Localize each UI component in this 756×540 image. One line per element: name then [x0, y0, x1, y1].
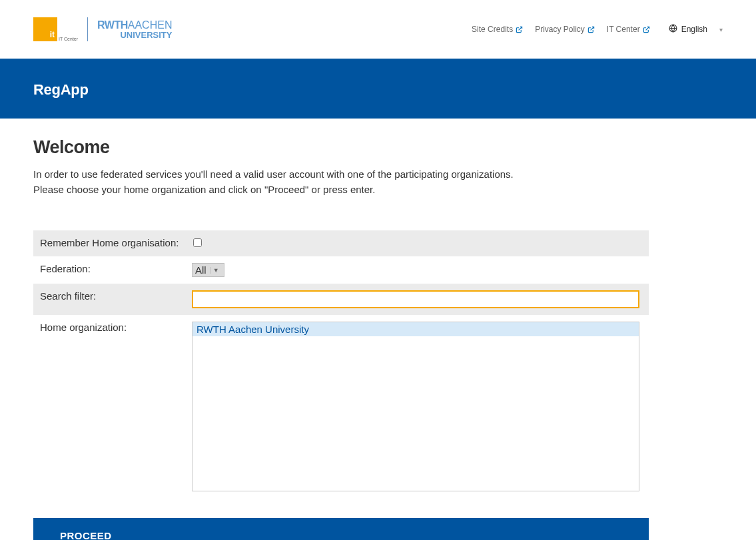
label-remember: Remember Home organisation: — [40, 237, 192, 250]
top-bar: it IT Center RWTHAACHEN UNIVERSITY Site … — [0, 0, 756, 59]
site-credits-link[interactable]: Site Credits — [472, 25, 523, 34]
svg-line-2 — [645, 27, 649, 30]
list-item[interactable]: RWTH Aachen University — [192, 322, 639, 336]
main-content: Welcome In order to use federated servic… — [0, 119, 756, 540]
chevron-down-icon: ▼ — [210, 267, 221, 274]
page-title: Welcome — [33, 137, 723, 158]
chevron-down-icon: ▾ — [719, 26, 723, 33]
svg-line-1 — [590, 27, 593, 30]
top-links: Site Credits Privacy Policy IT Center En… — [472, 24, 723, 35]
label-home-org: Home organization: — [40, 322, 192, 333]
label-federation: Federation: — [40, 263, 192, 277]
app-banner: RegApp — [0, 59, 756, 119]
external-link-icon — [516, 26, 523, 33]
language-selector[interactable]: English ▾ — [669, 24, 723, 35]
rwth-logo: RWTHAACHEN UNIVERSITY — [97, 20, 172, 39]
proceed-button[interactable]: PROCEED — [33, 518, 649, 540]
logo-divider — [87, 17, 88, 41]
row-search: Search filter: — [33, 284, 649, 315]
app-title: RegApp — [33, 81, 723, 99]
privacy-policy-link[interactable]: Privacy Policy — [535, 25, 595, 34]
it-center-link[interactable]: IT Center — [607, 25, 650, 34]
external-link-icon — [643, 26, 650, 33]
external-link-icon — [587, 26, 595, 33]
globe-icon — [669, 24, 677, 35]
discovery-form: Remember Home organisation: Federation: … — [33, 230, 649, 540]
intro-text: In order to use federated services you'l… — [33, 167, 723, 197]
label-search: Search filter: — [40, 290, 192, 308]
it-center-label: IT Center — [59, 37, 78, 41]
row-home-org: Home organization: RWTH Aachen Universit… — [33, 315, 649, 498]
row-federation: Federation: All ▼ — [33, 256, 649, 284]
search-input[interactable] — [192, 290, 639, 308]
remember-checkbox[interactable] — [193, 238, 202, 247]
home-org-listbox[interactable]: RWTH Aachen University — [192, 322, 639, 491]
federation-select[interactable]: All ▼ — [192, 263, 224, 277]
svg-line-0 — [519, 27, 522, 30]
it-center-logo-icon: it — [33, 17, 57, 41]
row-remember: Remember Home organisation: — [33, 230, 649, 256]
logo-group: it IT Center RWTHAACHEN UNIVERSITY — [33, 17, 172, 41]
